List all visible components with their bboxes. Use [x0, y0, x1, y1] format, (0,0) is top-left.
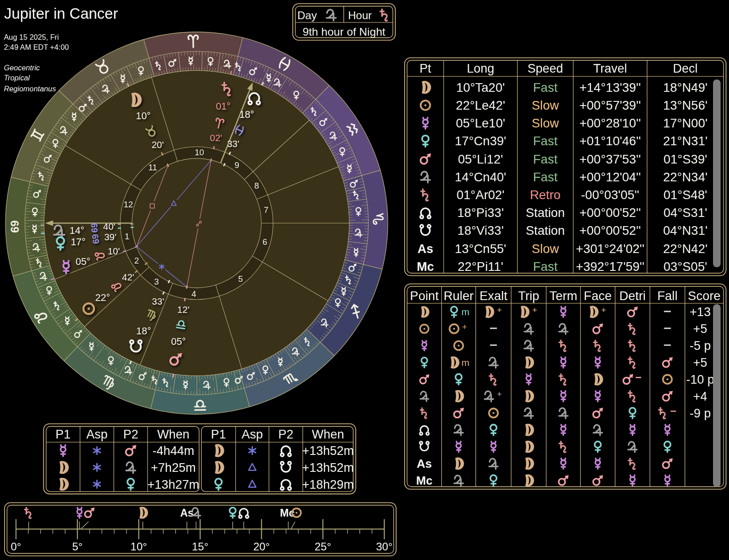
svg-text:+5: +5	[693, 356, 708, 370]
svg-text:25°: 25°	[315, 540, 331, 553]
svg-text:Day: Day	[297, 9, 317, 21]
svg-text:20°: 20°	[253, 540, 269, 553]
svg-text:+392°17'59'': +392°17'59''	[576, 259, 644, 274]
svg-text:2: 2	[134, 256, 139, 265]
svg-text:Detri: Detri	[619, 289, 646, 303]
svg-text:30°: 30°	[376, 540, 392, 553]
svg-text:01°S39': 01°S39'	[663, 152, 707, 166]
svg-text:Fast: Fast	[533, 80, 558, 95]
svg-text:As: As	[180, 507, 193, 519]
svg-text:Aug 15 2025, Fri: Aug 15 2025, Fri	[4, 33, 59, 41]
svg-text:40': 40'	[103, 221, 116, 232]
svg-text:+18h29m: +18h29m	[302, 478, 354, 491]
svg-text:+: +	[497, 389, 502, 399]
svg-text:When: When	[157, 428, 190, 441]
svg-text:22°Pi11': 22°Pi11'	[458, 259, 503, 274]
svg-text:Slow: Slow	[532, 242, 559, 256]
svg-text:m: m	[461, 357, 470, 368]
svg-text:8: 8	[254, 181, 259, 190]
svg-text:6: 6	[263, 237, 267, 247]
svg-text:+00°00'52'': +00°00'52''	[580, 206, 641, 220]
svg-text:Score: Score	[688, 289, 721, 303]
svg-text:11: 11	[148, 163, 157, 172]
svg-text:1: 1	[125, 232, 129, 241]
svg-text:18°Pi33': 18°Pi33'	[457, 206, 504, 220]
svg-text:05°Li12': 05°Li12'	[458, 152, 503, 166]
svg-text:As: As	[417, 457, 432, 470]
svg-text:When: When	[312, 428, 344, 441]
svg-text:9th hour of Night: 9th hour of Night	[302, 26, 385, 38]
svg-text:Trip: Trip	[518, 289, 539, 303]
svg-text:Long: Long	[467, 62, 494, 75]
svg-text:17°: 17°	[71, 237, 86, 248]
svg-text:05°: 05°	[171, 336, 186, 347]
svg-text:+00°12'04'': +00°12'04''	[580, 170, 641, 184]
svg-text:21°N31': 21°N31'	[663, 134, 708, 148]
svg-text:33': 33'	[227, 138, 239, 149]
svg-text:01°S48': 01°S48'	[663, 188, 707, 202]
svg-text:15°: 15°	[192, 540, 208, 553]
svg-text:+13: +13	[690, 305, 711, 319]
svg-text:01°: 01°	[216, 101, 231, 112]
svg-text:-10 p: -10 p	[686, 373, 714, 386]
svg-text:Fast: Fast	[533, 259, 558, 274]
svg-text:Hour: Hour	[348, 9, 372, 21]
svg-text:9: 9	[235, 160, 239, 170]
svg-text:+00°00'52'': +00°00'52''	[580, 223, 641, 238]
svg-text:Fast: Fast	[533, 152, 558, 166]
svg-text:+01°10'46'': +01°10'46''	[580, 134, 641, 148]
svg-text:2:49 AM EDT +4:00: 2:49 AM EDT +4:00	[4, 43, 69, 51]
svg-text:18°: 18°	[239, 109, 254, 120]
svg-text:+: +	[497, 305, 502, 315]
svg-text:42': 42'	[122, 272, 134, 282]
svg-text:+: +	[462, 322, 467, 332]
svg-text:04°S31': 04°S31'	[663, 206, 707, 220]
svg-text:+: +	[532, 305, 537, 315]
svg-text:3: 3	[154, 277, 159, 286]
svg-text:Tropical: Tropical	[4, 74, 30, 82]
svg-text:Station: Station	[526, 223, 565, 238]
svg-text:10': 10'	[108, 246, 120, 256]
svg-text:14°: 14°	[69, 225, 85, 236]
svg-text:Decl: Decl	[673, 62, 697, 75]
svg-text:Exalt: Exalt	[480, 289, 507, 303]
svg-text:5: 5	[238, 274, 243, 284]
svg-text:P2: P2	[278, 428, 293, 441]
svg-text:P1: P1	[56, 428, 71, 441]
svg-text:13°N56': 13°N56'	[663, 98, 708, 112]
svg-text:+5: +5	[693, 322, 708, 336]
svg-text:10°Ta20': 10°Ta20'	[456, 80, 505, 95]
svg-text:13°Cn55': 13°Cn55'	[455, 242, 507, 256]
svg-text:01°Ar02': 01°Ar02'	[456, 188, 504, 202]
svg-text:7: 7	[264, 205, 269, 215]
svg-text:+13h52m: +13h52m	[302, 461, 354, 475]
svg-text:Point: Point	[410, 289, 439, 303]
svg-text:Station: Station	[526, 206, 565, 220]
svg-text:+13h27m: +13h27m	[148, 478, 199, 491]
svg-text:Asp: Asp	[86, 428, 108, 441]
svg-text:22°Le42': 22°Le42'	[456, 98, 505, 112]
svg-text:P1: P1	[211, 428, 226, 441]
svg-text:12': 12'	[177, 304, 190, 315]
svg-text:14°Cn40': 14°Cn40'	[455, 170, 507, 184]
svg-text:17°Cn39': 17°Cn39'	[455, 134, 507, 148]
svg-text:Ruler: Ruler	[444, 289, 474, 303]
svg-text:04°N31': 04°N31'	[663, 223, 708, 238]
svg-text:Jupiter in Cancer: Jupiter in Cancer	[4, 5, 118, 22]
svg-text:Asp: Asp	[242, 428, 263, 441]
svg-text:4: 4	[191, 289, 196, 299]
svg-text:02': 02'	[210, 132, 222, 143]
svg-text:+00°37'53'': +00°37'53''	[580, 152, 641, 166]
svg-text:Term: Term	[549, 289, 577, 303]
svg-text:+13h52m: +13h52m	[302, 444, 354, 458]
svg-text:Pt: Pt	[420, 62, 432, 75]
svg-text:Fast: Fast	[533, 134, 558, 148]
svg-text:Speed: Speed	[528, 62, 563, 75]
svg-text:18°: 18°	[136, 326, 151, 337]
svg-text:10: 10	[195, 148, 204, 157]
svg-text:Travel: Travel	[593, 62, 627, 75]
svg-text:Fall: Fall	[657, 289, 677, 303]
svg-text:0°: 0°	[11, 540, 21, 553]
svg-text:18°N49': 18°N49'	[663, 80, 708, 95]
svg-text:Mc: Mc	[416, 474, 433, 487]
